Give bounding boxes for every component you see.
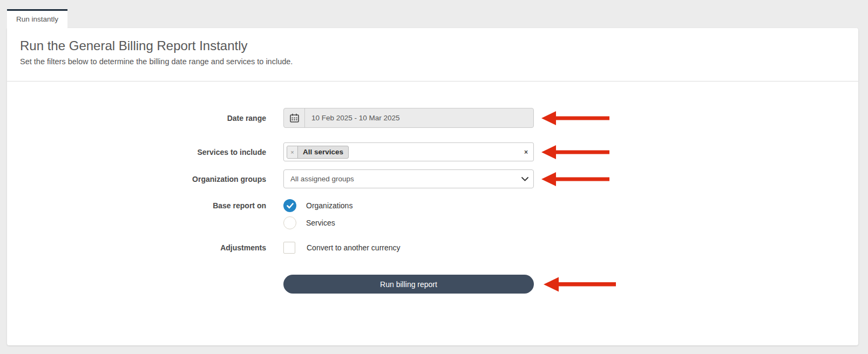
adjustments-row: Adjustments Convert to another currency — [7, 242, 858, 254]
calendar-icon — [284, 108, 305, 127]
services-label: Services to include — [7, 148, 266, 156]
submit-row: Run billing report — [7, 275, 858, 294]
convert-currency-label: Convert to another currency — [307, 243, 401, 252]
radio-checked-icon[interactable] — [283, 199, 296, 212]
services-multiselect[interactable]: × All services × — [283, 142, 534, 161]
radio-option-services[interactable]: Services — [283, 215, 534, 230]
card-header: Run the General Billing Report Instantly… — [7, 28, 858, 81]
annotation-arrow-run-button — [544, 275, 616, 294]
tab-strip: Run instantly — [0, 0, 868, 28]
org-groups-selected-value: All assigned groups — [290, 175, 354, 183]
convert-currency-option[interactable]: Convert to another currency — [283, 242, 534, 254]
radio-label-organizations: Organizations — [306, 201, 352, 210]
billing-report-card: Run the General Billing Report Instantly… — [7, 28, 858, 345]
services-tag-label: All services — [298, 146, 348, 158]
chevron-down-icon — [521, 176, 528, 181]
org-groups-label: Organization groups — [7, 175, 266, 183]
annotation-arrow-date-range — [541, 110, 609, 127]
tab-run-instantly-label: Run instantly — [16, 15, 58, 23]
org-groups-row: Organization groups All assigned groups — [7, 169, 858, 188]
services-row: Services to include × All services × — [7, 142, 858, 161]
clear-icon[interactable]: × — [524, 149, 528, 155]
date-range-label: Date range — [7, 114, 266, 122]
adjustments-label: Adjustments — [7, 243, 266, 252]
billing-report-form: Date range 10 Feb — [7, 81, 858, 294]
tag-remove-icon[interactable]: × — [287, 146, 298, 158]
date-range-value: 10 Feb 2025 - 10 Mar 2025 — [305, 108, 400, 127]
annotation-arrow-org-groups — [541, 171, 609, 188]
date-range-input[interactable]: 10 Feb 2025 - 10 Mar 2025 — [283, 108, 534, 128]
checkbox-unchecked-icon[interactable] — [283, 242, 295, 254]
page-subtitle: Set the filters below to determine the b… — [20, 57, 845, 66]
base-report-radio-group: Organizations Services — [283, 198, 534, 230]
base-report-label: Base report on — [7, 198, 266, 213]
date-range-row: Date range 10 Feb — [7, 108, 858, 128]
run-billing-report-button[interactable]: Run billing report — [283, 275, 534, 294]
tab-run-instantly[interactable]: Run instantly — [7, 9, 67, 28]
services-tag: × All services — [287, 146, 349, 159]
radio-label-services: Services — [306, 219, 335, 227]
radio-option-organizations[interactable]: Organizations — [283, 198, 534, 213]
page-title: Run the General Billing Report Instantly — [20, 38, 845, 54]
annotation-arrow-services — [541, 144, 609, 161]
radio-unchecked-icon[interactable] — [283, 216, 296, 229]
organization-groups-select[interactable]: All assigned groups — [283, 169, 534, 188]
base-report-row: Base report on Organizations Services — [7, 198, 858, 230]
